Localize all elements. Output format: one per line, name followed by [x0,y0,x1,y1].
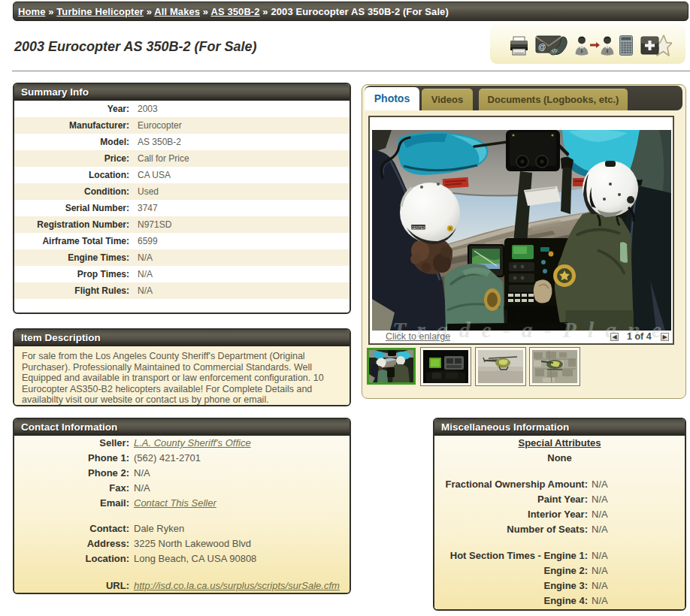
svg-text:GENTEX: GENTEX [411,226,425,230]
svg-text:@: @ [538,42,546,51]
